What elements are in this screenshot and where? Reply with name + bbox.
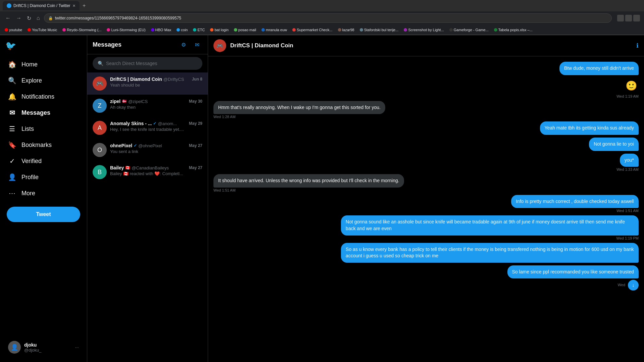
bookmark-item[interactable]: Stafordski bul terije... [358,27,401,33]
dm-date: May 27 [189,165,202,170]
back-button[interactable]: ← [4,14,12,22]
chat-area: 🎮 DriftCS | Diamond Coin ℹ Btw dude, mon… [208,35,644,362]
avatar: 👤 [8,341,21,354]
user-name: djoku [24,342,71,348]
dm-date: May 29 [189,121,202,126]
message-group: you* Wed 1:33 AM [213,154,639,172]
sidebar-item-verified[interactable]: ✓ Verified [3,154,84,168]
ext-icon-1[interactable] [617,15,624,21]
bookmark-item[interactable]: YouTube Music [26,27,59,33]
chat-info-button[interactable]: ℹ [636,42,639,49]
message-group: Not gonna lie to yoi [213,138,639,151]
new-tab-button[interactable]: + [80,1,89,10]
message-time: Wed 1:51 AM [213,188,236,192]
bookmark-favicon [494,28,497,32]
message-time: Wed 1:33 AM [616,167,639,171]
dm-name: DriftCS | Diamond Coin [110,76,162,82]
search-bar[interactable]: 🔍 Search Direct Messages [93,57,202,70]
sidebar: 🐦 🏠 Home 🔍 Explore 🔔 Notifications ✉ Mes… [0,35,87,362]
bookmark-favicon [404,28,407,32]
ext-icon-3[interactable] [633,15,640,21]
dm-handle: @CanadianBaileys [132,165,169,170]
bookmark-item[interactable]: youtube [3,27,24,33]
dm-content: DriftCS | Diamond Coin @DriftyCS Jun 8 Y… [110,76,202,88]
sidebar-item-messages[interactable]: ✉ Messages [3,105,84,120]
dm-item[interactable]: A Anomaly Skins - ... ✓ @anom... May 29 … [87,117,208,139]
bookmark-label: mranula euw [266,28,287,32]
sidebar-item-label: Messages [21,109,50,116]
chat-avatar: 🎮 [213,39,226,52]
sidebar-item-more[interactable]: ⋯ More [3,186,84,201]
message-bubble: Not gonna lie to yoi [589,138,639,151]
bookmark-item[interactable]: Gameforge - Game... [447,27,491,33]
tab-bar: DriftCS | Diamond Coin / Twitter ✕ + [0,0,644,11]
url-bar[interactable]: 🔒 twitter.com/messages/11566696579794698… [44,13,612,23]
tweet-button[interactable]: Tweet [7,207,80,222]
browser-chrome: DriftCS | Diamond Coin / Twitter ✕ + ← →… [0,0,644,35]
bookmark-item[interactable]: Reydo-Stormwing (... [60,27,103,33]
sidebar-item-notifications[interactable]: 🔔 Notifications [3,89,84,104]
message-group: Hmm that's really annoying. When I wake … [213,101,639,119]
dm-content: Bailey 🇨🇦 @CanadianBaileys May 27 Bailey… [110,165,202,176]
bookmark-item[interactable]: posao mail [232,27,258,33]
refresh-button[interactable]: ↻ [26,14,33,23]
dm-name-row: Bailey 🇨🇦 @CanadianBaileys May 27 [110,165,202,170]
bookmark-item[interactable]: bat login [208,27,231,33]
message-time: Wed [618,283,625,287]
lists-icon: ☰ [8,125,16,133]
home-button[interactable]: ⌂ [35,14,41,22]
tab-title: DriftCS | Diamond Coin / Twitter [13,3,70,8]
compose-button[interactable]: ✉ [192,39,202,50]
dm-name-row: Anomaly Skins - ... ✓ @anom... May 29 [110,121,202,126]
message-time: Wed 1:19 AM [616,94,639,98]
ext-icon-2[interactable] [625,15,632,21]
bookmarks-bar: youtubeYouTube MusicReydo-Stormwing (...… [0,25,644,35]
dm-item[interactable]: Z zipel 🇩🇰 @zipelCS May 30 Ah okay then [87,95,208,117]
dm-preview: Bailey 🇨🇦 reacted with ❤️: Completl... [110,171,202,176]
bookmark-item[interactable]: mranula euw [259,27,289,33]
scroll-down-button[interactable]: ↓ [628,280,639,291]
sidebar-item-profile[interactable]: 👤 Profile [3,170,84,185]
bookmark-item[interactable]: lazar98 [336,27,356,33]
messages-title: Messages [93,41,121,48]
flag-icon: 🇩🇰 [122,99,127,104]
sidebar-user[interactable]: 👤 djoku @djoku_ ··· [3,338,84,357]
bookmark-item[interactable]: HBO Max [149,27,174,33]
bookmark-favicon [62,28,66,32]
messages-panel: Messages ⚙ ✉ 🔍 Search Direct Messages 🎮 … [87,35,208,362]
message-group: 🙂 Wed 1:19 AM [213,78,639,98]
dm-name: Anomaly Skins - ... [110,121,152,126]
bookmark-item[interactable]: ETC [191,27,207,33]
dm-item[interactable]: B Bailey 🇨🇦 @CanadianBaileys May 27 Bail… [87,161,208,183]
address-bar: ← → ↻ ⌂ 🔒 twitter.com/messages/115666965… [0,11,644,25]
user-info: djoku @djoku_ [24,342,71,353]
messages-icons: ⚙ ✉ [178,39,202,50]
sidebar-item-label: Notifications [21,93,54,100]
message-group: Btw dude, money still didn't arrive [213,62,639,75]
sidebar-item-explore[interactable]: 🔍 Explore [3,73,84,88]
dm-name-row: ohnePixel ✓ @ohnePixel May 27 [110,143,202,148]
sidebar-item-home[interactable]: 🏠 Home [3,57,84,72]
dm-item[interactable]: 🎮 DriftCS | Diamond Coin @DriftyCS Jun 8… [87,72,208,95]
chat-contact-name: DriftCS | Diamond Coin [230,42,293,49]
forward-button[interactable]: → [15,14,23,22]
bookmark-item[interactable]: Luni-Stormwing (EU) [105,27,147,33]
dm-item[interactable]: O ohnePixel ✓ @ohnePixel May 27 You sent… [87,139,208,161]
settings-button[interactable]: ⚙ [178,39,189,50]
tab-close-button[interactable]: ✕ [72,4,76,8]
sidebar-item-lists[interactable]: ☰ Lists [3,121,84,136]
bookmark-favicon [151,28,154,32]
bookmark-label: posao mail [238,28,256,32]
active-tab[interactable]: DriftCS | Diamond Coin / Twitter ✕ [3,1,80,10]
sidebar-item-bookmarks[interactable]: 🔖 Bookmarks [3,138,84,152]
search-placeholder: Search Direct Messages [106,61,157,66]
bookmark-item[interactable]: Screenshot by Light... [402,27,446,33]
verified-badge: ✓ [153,121,156,126]
bookmark-label: YouTube Music [32,28,57,32]
bookmark-item[interactable]: coin [175,27,190,33]
bookmark-label: HBO Max [155,28,171,32]
bookmark-item[interactable]: Tabela popis.xlsx –... [492,27,535,33]
bookmark-item[interactable]: Supermarket Check... [290,27,334,33]
chat-messages[interactable]: Btw dude, money still didn't arrive 🙂 We… [208,56,644,362]
user-more-icon: ··· [75,345,79,350]
